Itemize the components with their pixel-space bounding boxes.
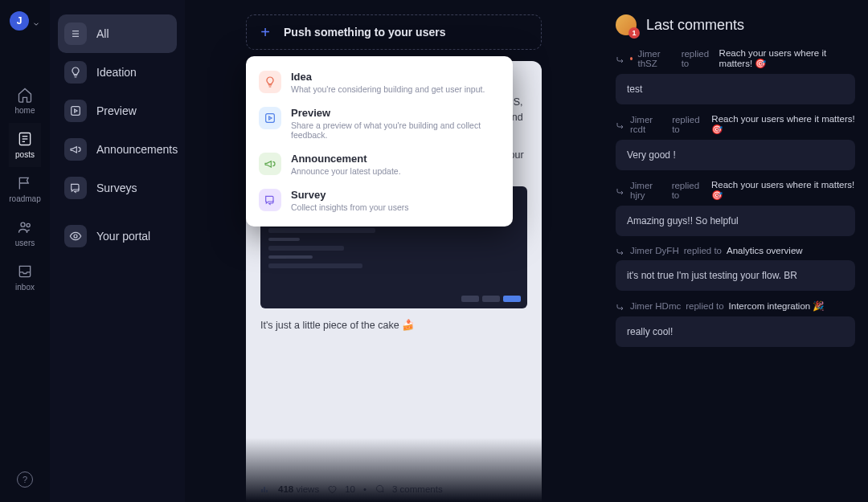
sidebar-item-your-portal[interactable]: Your portal bbox=[58, 217, 177, 255]
flag-icon bbox=[17, 175, 33, 191]
comment-item[interactable]: Jimer rcdt replied to Reach your users w… bbox=[616, 114, 855, 170]
comment-header: Jimer DyFH replied to Analytics overview bbox=[616, 246, 855, 255]
posts-icon bbox=[17, 131, 33, 147]
unread-badge: 1 bbox=[628, 27, 640, 39]
dropdown-item-desc: Announce your latest update. bbox=[291, 166, 401, 176]
comment-body: really cool! bbox=[616, 316, 855, 347]
sidebar-item-all[interactable]: All bbox=[58, 14, 177, 53]
workspace-avatar: J bbox=[10, 11, 29, 31]
help-button[interactable]: ? bbox=[17, 471, 33, 488]
comment-item[interactable]: Jimer DyFH replied to Analytics overview… bbox=[616, 246, 855, 291]
sidebar-item-label: All bbox=[96, 27, 109, 40]
category-sidebar: AllIdeationPreviewAnnouncementsSurveysYo… bbox=[50, 0, 185, 502]
separator-dot: • bbox=[363, 484, 366, 494]
play-icon bbox=[259, 107, 281, 129]
post-paragraph: It's just a little piece of the cake 🍰 bbox=[260, 318, 527, 333]
unread-dot bbox=[630, 57, 633, 60]
rail-label: inbox bbox=[15, 283, 35, 292]
chat-icon bbox=[259, 189, 281, 211]
comment-item[interactable]: Jimer HDmc replied to Intercom integrati… bbox=[616, 300, 855, 347]
comments-title: Last comments bbox=[646, 17, 744, 34]
nav-rail: J homepostsroadmapusersinbox ? bbox=[0, 0, 50, 502]
comment-target: Reach your users where it matters! 🎯 bbox=[711, 180, 855, 201]
sidebar-item-surveys[interactable]: Surveys bbox=[58, 169, 177, 207]
sidebar-item-announcements[interactable]: Announcements bbox=[58, 130, 177, 169]
play-icon bbox=[64, 100, 87, 122]
rail-item-posts[interactable]: posts bbox=[9, 123, 40, 167]
comment-verb: replied to bbox=[686, 301, 723, 311]
dropdown-item-survey[interactable]: SurveyCollect insights from your users bbox=[246, 182, 513, 218]
grid-icon bbox=[64, 22, 87, 45]
comment-target: Analytics overview bbox=[727, 246, 803, 255]
reply-icon bbox=[616, 301, 625, 311]
chat-icon bbox=[64, 177, 87, 199]
comment-author: Jimer HDmc bbox=[630, 301, 681, 311]
dropdown-item-idea[interactable]: IdeaWhat you're considering building and… bbox=[246, 64, 513, 100]
sidebar-item-label: Surveys bbox=[96, 182, 137, 194]
comment-header: Jimer HDmc replied to Intercom integrati… bbox=[616, 300, 855, 312]
push-bar[interactable]: + Push something to your users bbox=[246, 14, 542, 50]
comments-count: 3 comments bbox=[392, 484, 443, 494]
users-icon bbox=[17, 219, 33, 235]
chevron-down-icon bbox=[32, 17, 40, 25]
dropdown-item-title: Idea bbox=[291, 71, 485, 83]
inbox-icon bbox=[17, 263, 33, 280]
post-stats: 418 views 10 • 3 comments bbox=[260, 484, 443, 494]
likes-count: 10 bbox=[345, 484, 355, 494]
comments-panel: 1 Last comments Jimer thSZ replied to Re… bbox=[603, 0, 868, 502]
sidebar-item-label: Announcements bbox=[96, 143, 178, 156]
comment-verb: replied to bbox=[672, 181, 706, 200]
push-type-dropdown: IdeaWhat you're considering building and… bbox=[246, 56, 513, 227]
sidebar-item-label: Your portal bbox=[96, 230, 150, 243]
reply-icon bbox=[616, 186, 625, 195]
reply-icon bbox=[616, 246, 625, 255]
comment-target: Intercom integration 🎉 bbox=[729, 300, 825, 312]
dropdown-item-title: Announcement bbox=[291, 153, 401, 165]
comment-verb: replied to bbox=[682, 49, 714, 68]
eye-icon bbox=[64, 225, 87, 247]
sidebar-item-ideation[interactable]: Ideation bbox=[58, 53, 177, 92]
mega-icon bbox=[259, 153, 281, 175]
comment-body: test bbox=[616, 74, 855, 104]
workspace-switcher[interactable]: J bbox=[10, 11, 40, 31]
rail-label: home bbox=[14, 106, 35, 115]
bulb-icon bbox=[259, 71, 281, 93]
comment-target: Reach your users where it matters! 🎯 bbox=[719, 48, 855, 69]
rail-item-roadmap[interactable]: roadmap bbox=[9, 167, 40, 211]
dropdown-item-preview[interactable]: PreviewShare a preview of what you're bu… bbox=[246, 100, 513, 146]
reply-icon bbox=[616, 120, 625, 129]
dropdown-item-desc: Share a preview of what you're building … bbox=[291, 120, 500, 140]
comment-body: Very good ! bbox=[616, 140, 855, 170]
heart-icon bbox=[327, 484, 337, 494]
comment-author: Jimer DyFH bbox=[630, 246, 679, 255]
views-count: 418 views bbox=[278, 484, 319, 494]
main-column: + Push something to your users IdeaWhat … bbox=[185, 0, 603, 502]
dropdown-item-desc: Collect insights from your users bbox=[291, 202, 408, 212]
dropdown-item-desc: What you're considering building and get… bbox=[291, 84, 485, 94]
rail-item-home[interactable]: home bbox=[9, 79, 40, 123]
plus-icon: + bbox=[258, 25, 272, 39]
comment-target: Reach your users where it matters! 🎯 bbox=[711, 114, 855, 135]
dropdown-item-title: Preview bbox=[291, 107, 500, 119]
rail-label: users bbox=[15, 239, 35, 247]
comment-header: Jimer hjry replied to Reach your users w… bbox=[616, 180, 855, 201]
rail-item-users[interactable]: users bbox=[9, 211, 40, 255]
dropdown-item-announcement[interactable]: AnnouncementAnnounce your latest update. bbox=[246, 146, 513, 182]
rail-label: roadmap bbox=[9, 194, 40, 203]
comment-author: Jimer rcdt bbox=[630, 115, 667, 134]
reply-icon bbox=[616, 54, 625, 63]
comments-avatar-icon: 1 bbox=[616, 14, 637, 35]
push-bar-label: Push something to your users bbox=[284, 26, 445, 39]
sidebar-item-preview[interactable]: Preview bbox=[58, 92, 177, 130]
dropdown-item-title: Survey bbox=[291, 189, 408, 201]
rail-item-inbox[interactable]: inbox bbox=[9, 255, 40, 300]
comments-header: 1 Last comments bbox=[616, 14, 855, 35]
comment-item[interactable]: Jimer hjry replied to Reach your users w… bbox=[616, 180, 855, 236]
comment-header: Jimer thSZ replied to Reach your users w… bbox=[616, 48, 855, 69]
comment-author: Jimer thSZ bbox=[637, 49, 676, 68]
comment-verb: replied to bbox=[672, 115, 706, 134]
comment-author: Jimer hjry bbox=[630, 181, 667, 200]
comment-header: Jimer rcdt replied to Reach your users w… bbox=[616, 114, 855, 135]
comment-body: it's not true I'm just testing your flow… bbox=[616, 260, 855, 291]
comment-item[interactable]: Jimer thSZ replied to Reach your users w… bbox=[616, 48, 855, 104]
